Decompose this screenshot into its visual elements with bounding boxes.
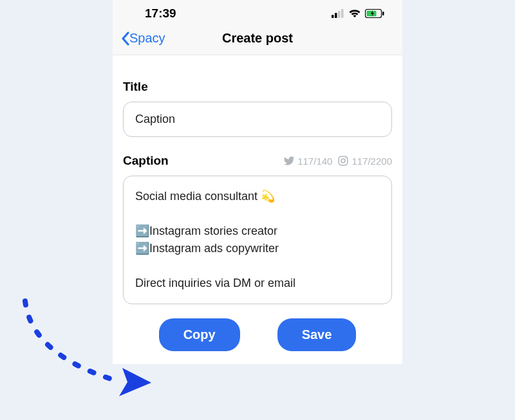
title-label: Title bbox=[123, 80, 392, 94]
action-buttons: Copy Save bbox=[123, 318, 392, 351]
twitter-icon bbox=[283, 155, 295, 167]
svg-rect-6 bbox=[382, 12, 384, 15]
caption-input[interactable]: Social media consultant 💫 ➡️Instagram st… bbox=[123, 176, 392, 304]
instagram-count: 117/2200 bbox=[351, 156, 392, 167]
status-bar: 17:39 bbox=[113, 0, 402, 24]
twitter-count: 117/140 bbox=[297, 156, 332, 167]
caption-label: Caption bbox=[123, 154, 169, 168]
svg-point-8 bbox=[341, 159, 345, 163]
caption-header: Caption 117/140 117/2200 bbox=[123, 154, 392, 168]
instagram-icon bbox=[337, 155, 349, 167]
nav-title: Create post bbox=[222, 31, 293, 46]
title-input[interactable]: Caption bbox=[123, 102, 392, 137]
svg-rect-2 bbox=[338, 11, 341, 18]
wifi-icon bbox=[348, 9, 361, 18]
status-time: 17:39 bbox=[145, 6, 176, 21]
svg-point-9 bbox=[346, 158, 347, 159]
back-label: Spacy bbox=[129, 31, 165, 46]
save-button[interactable]: Save bbox=[277, 318, 357, 351]
nav-bar: Spacy Create post bbox=[113, 24, 402, 55]
copy-button[interactable]: Copy bbox=[159, 318, 240, 351]
content-area: Title Caption Caption 117/140 117/ bbox=[113, 55, 402, 364]
svg-rect-1 bbox=[335, 13, 337, 18]
twitter-counter: 117/140 bbox=[283, 155, 332, 167]
battery-icon bbox=[365, 9, 384, 18]
svg-rect-3 bbox=[341, 9, 344, 18]
status-icons bbox=[332, 9, 384, 18]
phone-frame: 17:39 Sp bbox=[113, 0, 402, 364]
back-button[interactable]: Spacy bbox=[120, 31, 165, 46]
svg-rect-0 bbox=[332, 15, 334, 18]
instagram-counter: 117/2200 bbox=[337, 155, 392, 167]
cellular-icon bbox=[332, 9, 344, 18]
char-counters: 117/140 117/2200 bbox=[283, 155, 392, 167]
